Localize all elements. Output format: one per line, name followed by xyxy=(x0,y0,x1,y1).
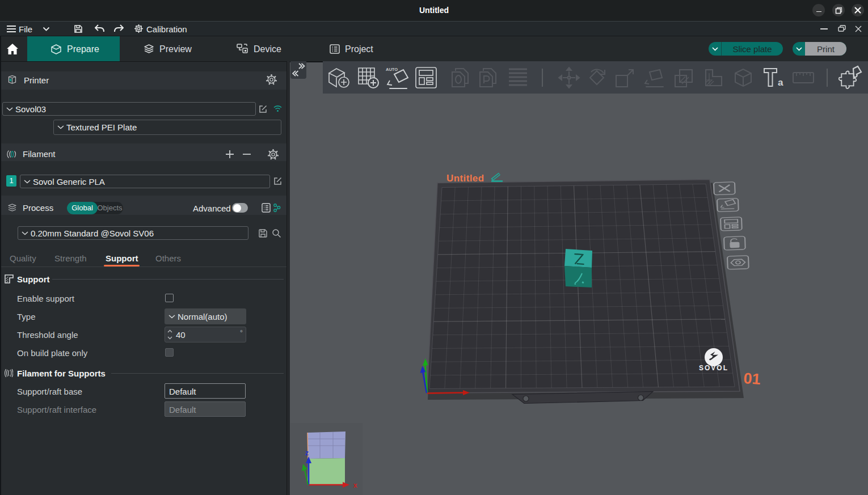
svg-text:SOVOL: SOVOL xyxy=(699,364,728,372)
svg-text:x: x xyxy=(353,481,357,489)
svg-text:01: 01 xyxy=(743,370,761,388)
svg-text:z: z xyxy=(305,449,309,457)
svg-text:Untitled: Untitled xyxy=(446,173,484,184)
